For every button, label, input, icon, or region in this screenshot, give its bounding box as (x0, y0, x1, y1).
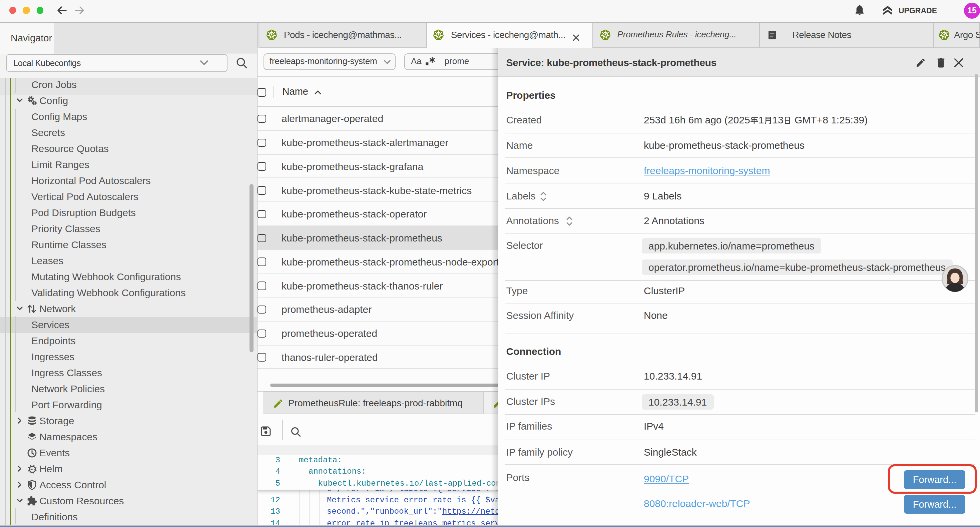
svg-text:HELM: HELM (29, 468, 37, 471)
